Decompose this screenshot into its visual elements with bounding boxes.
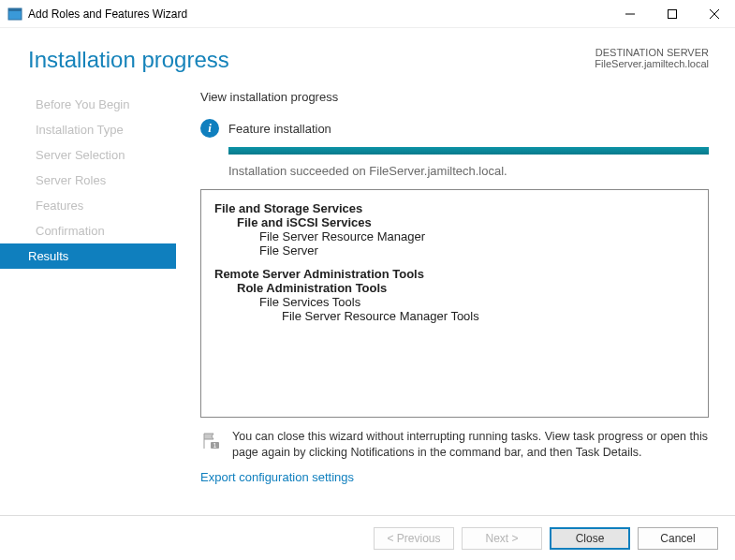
- content-subheader: View installation progress: [200, 90, 709, 104]
- header: Installation progress DESTINATION SERVER…: [0, 28, 735, 88]
- results-box[interactable]: File and Storage Services File and iSCSI…: [200, 189, 709, 418]
- sidebar: Before You Begin Installation Type Serve…: [0, 88, 176, 485]
- footer: < Previous Next > Close Cancel: [0, 515, 735, 560]
- content-panel: View installation progress i Feature ins…: [176, 88, 709, 485]
- page-title: Installation progress: [28, 47, 595, 73]
- tree-item: File Server Resource Manager: [214, 229, 695, 243]
- sidebar-item-before-you-begin: Before You Begin: [0, 92, 176, 117]
- sidebar-item-server-selection: Server Selection: [0, 142, 176, 168]
- export-configuration-link[interactable]: Export configuration settings: [200, 470, 354, 484]
- svg-text:1: 1: [213, 442, 217, 449]
- tree-item: Remote Server Administration Tools: [214, 267, 695, 281]
- info-icon: i: [200, 119, 219, 138]
- previous-button: < Previous: [374, 527, 454, 550]
- maximize-button[interactable]: [651, 0, 693, 28]
- tree-item: File Server: [214, 243, 695, 258]
- close-button[interactable]: Close: [550, 527, 630, 550]
- tree-item: File Server Resource Manager Tools: [214, 309, 695, 323]
- tree-item: File and iSCSI Services: [214, 215, 695, 229]
- sidebar-item-server-roles: Server Roles: [0, 168, 176, 193]
- destination-info: DESTINATION SERVER FileServer.jamiltech.…: [595, 47, 709, 73]
- app-icon: [7, 7, 22, 22]
- titlebar: Add Roles and Features Wizard: [0, 0, 735, 28]
- status-message: Installation succeeded on FileServer.jam…: [228, 164, 709, 178]
- sidebar-item-confirmation: Confirmation: [0, 218, 176, 243]
- sidebar-item-features: Features: [0, 193, 176, 218]
- window-controls: [609, 0, 735, 28]
- minimize-button[interactable]: [609, 0, 651, 28]
- note-text: You can close this wizard without interr…: [232, 429, 709, 461]
- progress-bar: [228, 147, 709, 155]
- sidebar-item-results[interactable]: Results: [0, 243, 176, 269]
- tree-item: File Services Tools: [214, 295, 695, 309]
- note-row: 1 You can close this wizard without inte…: [200, 429, 709, 461]
- cancel-button[interactable]: Cancel: [638, 527, 718, 550]
- destination-label: DESTINATION SERVER: [595, 47, 709, 58]
- svg-rect-3: [668, 9, 676, 18]
- window-title: Add Roles and Features Wizard: [28, 7, 609, 21]
- tree-item: Role Administration Tools: [214, 281, 695, 295]
- status-title: Feature installation: [228, 122, 331, 136]
- svg-rect-1: [8, 8, 22, 11]
- tree-item: File and Storage Services: [214, 201, 695, 215]
- destination-server: FileServer.jamiltech.local: [595, 58, 709, 69]
- sidebar-item-installation-type: Installation Type: [0, 117, 176, 142]
- next-button: Next >: [462, 527, 542, 550]
- status-row: i Feature installation: [200, 119, 709, 138]
- flag-icon: 1: [200, 431, 221, 451]
- body: Before You Begin Installation Type Serve…: [0, 88, 735, 485]
- close-window-button[interactable]: [693, 0, 735, 28]
